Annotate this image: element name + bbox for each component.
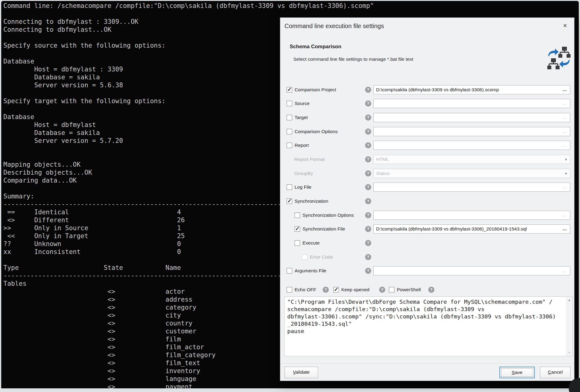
report-field[interactable]: ... bbox=[373, 141, 570, 150]
log-file-checkbox[interactable] bbox=[287, 184, 292, 190]
help-icon[interactable]: ? bbox=[365, 254, 371, 260]
comparison-options-checkbox[interactable] bbox=[287, 129, 292, 134]
error-code-label: Error Code bbox=[310, 252, 333, 262]
row-error-code: Error Code ? bbox=[280, 252, 574, 262]
browse-button[interactable]: ... bbox=[562, 211, 567, 219]
log-file-field[interactable]: ... bbox=[373, 183, 570, 192]
groupby-label: GroupBy bbox=[294, 169, 313, 178]
help-icon[interactable]: ? bbox=[365, 226, 371, 232]
help-icon[interactable]: ? bbox=[365, 100, 371, 107]
help-icon[interactable]: ? bbox=[365, 142, 371, 148]
synchronization-checkbox[interactable] bbox=[287, 198, 292, 204]
keep-opened-option: Keep opened ? bbox=[333, 285, 387, 294]
validate-button[interactable]: Validate bbox=[285, 367, 318, 378]
chevron-down-icon: ▼ bbox=[564, 155, 567, 164]
browse-button[interactable]: ... bbox=[562, 267, 567, 274]
row-synchronization-file: Synchronization File ? D:\comp\sakila (d… bbox=[280, 224, 574, 234]
scrollbar[interactable]: ▲ ▼ bbox=[566, 297, 572, 356]
help-icon[interactable]: ? bbox=[428, 287, 434, 293]
browse-button[interactable]: ... bbox=[562, 85, 567, 93]
synchronization-options-field[interactable]: ... bbox=[373, 211, 570, 220]
dialog-subheading: Select command line file settings to man… bbox=[293, 56, 413, 62]
groupby-select: Status ▼ bbox=[373, 169, 570, 178]
row-synchronization: Synchronization ? bbox=[280, 197, 574, 206]
comparison-project-field[interactable]: D:\comp\sakila (dbfmylast-3309 vs dbfmyl… bbox=[373, 85, 570, 94]
help-icon[interactable]: ? bbox=[365, 240, 371, 246]
row-source: Source ? ... bbox=[280, 99, 574, 108]
help-icon[interactable]: ? bbox=[379, 287, 385, 293]
arguments-file-label: Arguments File bbox=[295, 266, 326, 275]
row-arguments-file: Arguments File ? ... bbox=[280, 266, 574, 275]
powershell-label: PowerShell bbox=[397, 285, 421, 294]
save-button[interactable]: Save bbox=[499, 367, 535, 378]
echo-off-checkbox[interactable] bbox=[287, 287, 292, 292]
row-execute: Execute ? bbox=[280, 238, 574, 248]
help-icon[interactable]: ? bbox=[365, 156, 371, 162]
source-checkbox[interactable] bbox=[287, 101, 292, 106]
help-icon[interactable]: ? bbox=[365, 87, 371, 93]
row-report: Report ? ... bbox=[280, 141, 574, 150]
row-report-format: Report Format ? HTML ▼ bbox=[280, 155, 574, 164]
powershell-checkbox[interactable] bbox=[389, 287, 394, 292]
synchronization-file-checkbox[interactable] bbox=[295, 226, 300, 232]
synchronization-options-label: Synchronization Options bbox=[303, 211, 354, 220]
chevron-down-icon: ▼ bbox=[564, 169, 567, 178]
report-checkbox[interactable] bbox=[287, 143, 292, 148]
help-icon[interactable]: ? bbox=[365, 212, 371, 218]
target-checkbox[interactable] bbox=[287, 115, 292, 120]
browse-button[interactable]: ... bbox=[562, 141, 567, 149]
log-file-label: Log File bbox=[295, 183, 311, 192]
keep-opened-checkbox[interactable] bbox=[333, 287, 339, 292]
arguments-file-checkbox[interactable] bbox=[287, 268, 292, 274]
screen: { "icons": { "help": "?", "close": "✕", … bbox=[0, 0, 580, 392]
comparison-options-field[interactable]: ... bbox=[373, 127, 570, 136]
browse-button[interactable]: ... bbox=[562, 113, 567, 121]
bat-file-text[interactable]: "C:\Program Files\Devart\dbForge Schema … bbox=[287, 298, 563, 335]
schema-comparison-icon bbox=[547, 46, 571, 70]
echo-off-option: Echo OFF ? bbox=[287, 285, 329, 294]
source-field[interactable]: ... bbox=[373, 99, 570, 108]
browse-button[interactable]: ... bbox=[562, 99, 567, 107]
help-icon[interactable]: ? bbox=[365, 198, 371, 204]
report-format-select: HTML ▼ bbox=[373, 155, 570, 164]
help-icon[interactable]: ? bbox=[365, 184, 371, 190]
footer-separator bbox=[280, 363, 574, 364]
synchronization-file-field[interactable]: D:\comp\sakila (dbfmylast-3309 vs dbfmyl… bbox=[373, 224, 570, 234]
bat-file-text-area[interactable]: "C:\Program Files\Devart\dbForge Schema … bbox=[284, 296, 573, 356]
report-format-label: Report Format bbox=[294, 155, 325, 164]
help-icon[interactable]: ? bbox=[365, 268, 371, 274]
report-label: Report bbox=[295, 141, 309, 150]
keep-opened-label: Keep opened bbox=[341, 285, 369, 294]
browse-button[interactable]: ... bbox=[562, 127, 567, 135]
target-field[interactable]: ... bbox=[373, 113, 570, 122]
row-log-file: Log File ? ... bbox=[280, 183, 574, 192]
cancel-button[interactable]: Cancel bbox=[540, 367, 571, 378]
browse-button[interactable]: ... bbox=[562, 225, 567, 232]
powershell-option: PowerShell ? bbox=[389, 285, 436, 294]
help-icon[interactable]: ? bbox=[365, 170, 371, 176]
source-label: Source bbox=[295, 99, 310, 108]
row-comparison-project: Comparison Project ? D:\comp\sakila (dbf… bbox=[280, 85, 574, 94]
arguments-file-field[interactable]: ... bbox=[373, 266, 570, 275]
help-icon[interactable]: ? bbox=[365, 114, 371, 121]
row-target: Target ? ... bbox=[280, 113, 574, 122]
row-bat-options: Echo OFF ? Keep opened ? PowerShell ? bbox=[280, 285, 574, 294]
schema-comparison-heading: Schema Comparison bbox=[290, 44, 341, 50]
help-icon[interactable]: ? bbox=[323, 287, 329, 293]
scroll-up-icon[interactable]: ▲ bbox=[567, 299, 572, 302]
execute-label: Execute bbox=[303, 238, 320, 248]
execute-checkbox[interactable] bbox=[295, 240, 300, 246]
close-icon[interactable]: ✕ bbox=[561, 22, 569, 30]
comparison-project-label: Comparison Project bbox=[295, 85, 336, 94]
synchronization-file-label: Synchronization File bbox=[303, 224, 345, 234]
target-label: Target bbox=[295, 113, 308, 122]
help-icon[interactable]: ? bbox=[365, 129, 371, 135]
error-code-checkbox bbox=[302, 254, 307, 260]
synchronization-options-checkbox[interactable] bbox=[295, 212, 300, 218]
row-groupby: GroupBy ? Status ▼ bbox=[280, 169, 574, 178]
scroll-down-icon[interactable]: ▼ bbox=[567, 351, 572, 354]
browse-button[interactable]: ... bbox=[562, 183, 567, 191]
row-comparison-options: Comparison Options ? ... bbox=[280, 127, 574, 136]
echo-off-label: Echo OFF bbox=[295, 285, 316, 294]
comparison-project-checkbox[interactable] bbox=[287, 87, 292, 93]
